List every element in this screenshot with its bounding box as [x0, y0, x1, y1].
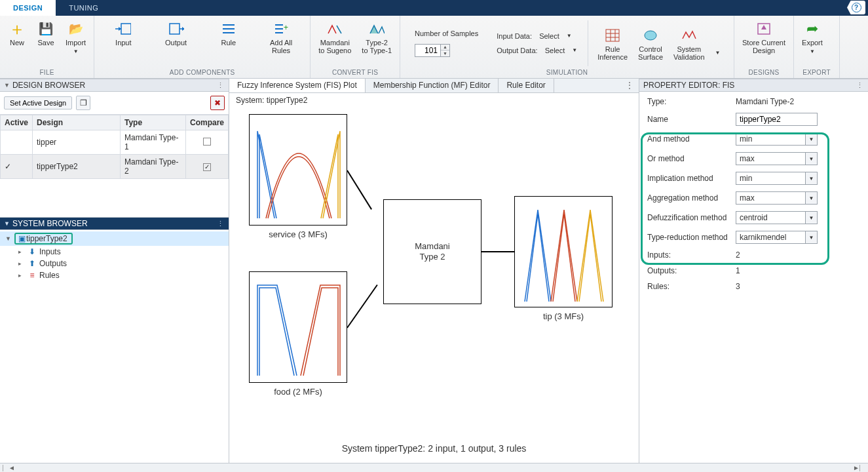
add-input-button[interactable]: Input: [100, 18, 146, 47]
chevron-down-icon[interactable]: ▼: [4, 82, 10, 88]
service-label: service (3 MFs): [246, 229, 350, 239]
export-button[interactable]: ➦Export▼: [798, 18, 827, 56]
import-button[interactable]: 📂Import▼: [62, 18, 90, 56]
control-surface-button[interactable]: Control Surface: [634, 25, 667, 61]
type-label: Type:: [647, 97, 736, 106]
compare-checkbox[interactable]: ✓: [203, 163, 211, 171]
rule-inference-icon: [605, 28, 620, 43]
expand-icon[interactable]: ▸: [18, 248, 25, 255]
expand-icon[interactable]: ▸: [18, 272, 25, 279]
property-editor-title: PROPERTY EDITOR: FIS: [643, 81, 734, 90]
system-browser-header: ▼ SYSTEM BROWSER ⋮: [0, 217, 229, 230]
system-validation-icon: [681, 28, 697, 43]
add-output-button[interactable]: Output: [153, 18, 199, 47]
top-tabstrip: DESIGN TUNING ?: [0, 0, 868, 16]
chevron-down-icon: ▼: [805, 133, 817, 145]
panel-menu-icon[interactable]: ⋮: [217, 220, 225, 228]
output-data-select[interactable]: Output Data: Select ▼: [497, 47, 577, 54]
compare-checkbox[interactable]: [203, 138, 211, 146]
system-label: System: tipperType2: [229, 93, 639, 108]
input-data-select[interactable]: Input Data: Select ▼: [497, 32, 577, 40]
tree-node-rules[interactable]: ▸≡Rules: [0, 269, 229, 281]
col-compare: Compare: [185, 115, 228, 130]
subtab-mf-editor[interactable]: Membership Function (MF) Editor: [366, 79, 499, 92]
inputs-value: 2: [736, 250, 740, 260]
type-reduction-method-select[interactable]: karnikmendel▼: [736, 231, 818, 244]
tree-node-inputs[interactable]: ▸⬇Inputs: [0, 246, 229, 258]
subtab-rule-editor[interactable]: Rule Editor: [499, 79, 554, 92]
plus-icon: ＋: [9, 21, 25, 37]
and-method-label: And method: [647, 134, 736, 144]
save-button[interactable]: 💾Save: [33, 18, 59, 47]
col-type: Type: [120, 115, 185, 130]
design-table: Active Design Type Compare tipper Mamdan…: [0, 115, 229, 179]
tab-tuning[interactable]: TUNING: [56, 0, 111, 16]
system-validation-button[interactable]: System Validation: [670, 25, 709, 61]
store-design-button[interactable]: Store Current Design: [738, 18, 789, 54]
service-box[interactable]: [249, 114, 347, 226]
center-box[interactable]: Mamdani Type 2: [383, 199, 481, 304]
tree-node-root[interactable]: ▼ ▣tipperType2: [0, 231, 229, 246]
svg-rect-0: [121, 24, 131, 34]
tab-design[interactable]: DESIGN: [0, 0, 56, 16]
rules-value: 3: [736, 282, 740, 291]
fis-canvas: service (3 MFs) food (2 MFs) Mamdani Typ…: [229, 108, 639, 438]
panel-menu-icon[interactable]: ⋮: [620, 79, 639, 92]
chevron-down-icon: ▼: [805, 153, 817, 165]
food-label: food (2 MFs): [246, 387, 350, 397]
copy-icon: ❐: [80, 98, 87, 108]
panel-menu-icon[interactable]: ⋮: [217, 81, 225, 90]
new-button[interactable]: ＋New: [4, 18, 30, 47]
tree-node-outputs[interactable]: ▸⬆Outputs: [0, 258, 229, 269]
rules-icon: ≡: [28, 271, 37, 280]
fis-icon: ▣: [17, 234, 26, 243]
type2-to-type1-button[interactable]: Type-2 to Type-1: [358, 18, 396, 54]
canvas-footer: System tipperType2: 2 input, 1 output, 3…: [229, 438, 639, 463]
defuzzification-method-label: Defuzzification method: [647, 213, 736, 222]
expand-icon[interactable]: ▸: [18, 260, 25, 267]
table-row[interactable]: tipper Mamdani Type-1: [1, 130, 229, 155]
num-samples-label: Number of Samples: [415, 30, 478, 37]
copy-design-button[interactable]: ❐: [76, 96, 90, 110]
chevron-down-icon: ▼: [567, 33, 572, 39]
status-bar: ⎸◄ ►⎸: [0, 463, 868, 472]
panel-menu-icon[interactable]: ⋮: [856, 81, 864, 90]
svg-marker-5: [182, 27, 184, 31]
subtab-fis-plot[interactable]: Fuzzy Inference System (FIS) Plot: [229, 79, 366, 92]
scroll-left-icon[interactable]: ⎸◄: [3, 464, 15, 472]
design-browser-title: DESIGN BROWSER: [12, 81, 85, 90]
tip-box[interactable]: [514, 196, 613, 307]
expand-icon[interactable]: ▼: [5, 235, 12, 242]
implication-method-select[interactable]: min▼: [736, 172, 818, 185]
num-samples-spinner[interactable]: ▲▼: [415, 44, 450, 57]
spinner-arrows[interactable]: ▲▼: [440, 45, 449, 56]
add-rule-button[interactable]: Rule: [206, 18, 252, 47]
simulation-more-button[interactable]: ▼: [711, 30, 725, 56]
num-samples-input[interactable]: [415, 45, 440, 56]
col-design: Design: [33, 115, 121, 130]
mamdani-to-sugeno-button[interactable]: Mamdani to Sugeno: [314, 18, 355, 54]
aggregation-method-label: Aggregation method: [647, 193, 736, 203]
scroll-right-icon[interactable]: ►⎸: [853, 464, 865, 472]
defuzzification-method-select[interactable]: centroid▼: [736, 211, 818, 224]
table-row[interactable]: ✓ tipperType2 Mamdani Type-2 ✓: [1, 155, 229, 179]
type-value: Mamdani Type-2: [736, 97, 794, 106]
delete-design-button[interactable]: ✖: [210, 96, 225, 110]
rule-inference-button[interactable]: Rule Inference: [594, 25, 632, 61]
inputs-icon: ⬇: [28, 247, 37, 256]
ribbon: ＋New 💾Save 📂Import▼ FILE Input Output Ru…: [0, 16, 868, 79]
design-browser-header: ▼ DESIGN BROWSER ⋮: [0, 79, 229, 92]
help-icon[interactable]: ?: [847, 1, 865, 14]
aggregation-method-select[interactable]: max▼: [736, 191, 818, 205]
food-box[interactable]: [249, 271, 347, 383]
or-method-select[interactable]: max▼: [736, 152, 818, 165]
svg-point-19: [645, 31, 656, 40]
save-icon: 💾: [38, 21, 54, 37]
and-method-select[interactable]: min▼: [736, 132, 818, 146]
svg-text:+: +: [284, 23, 288, 32]
chevron-down-icon[interactable]: ▼: [4, 220, 10, 227]
add-all-rules-button[interactable]: +Add All Rules: [258, 18, 304, 54]
name-input[interactable]: [736, 113, 818, 126]
implication-method-label: Implication method: [647, 174, 736, 183]
set-active-design-button[interactable]: Set Active Design: [4, 96, 72, 109]
